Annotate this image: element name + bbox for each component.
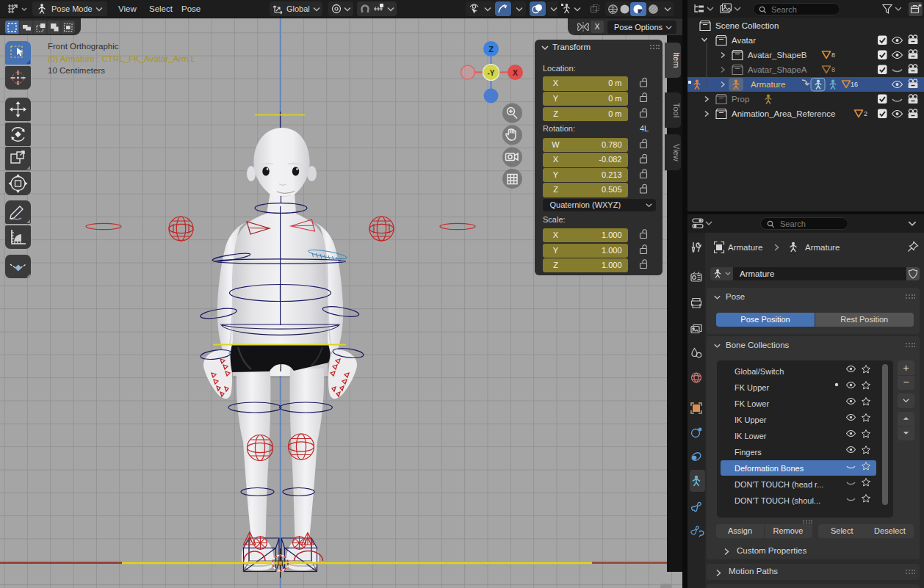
svg-text:-Y: -Y xyxy=(488,69,495,77)
svg-text:Z: Z xyxy=(488,45,494,54)
svg-text:X: X xyxy=(513,68,519,77)
